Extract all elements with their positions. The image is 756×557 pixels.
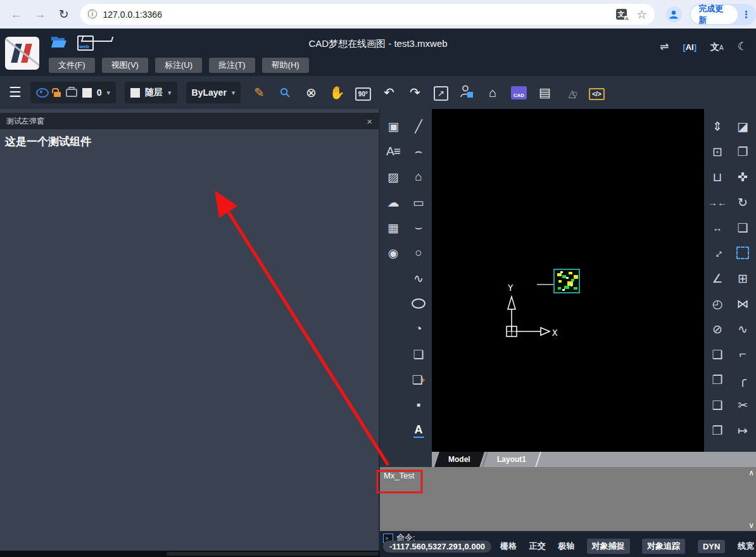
trim-icon[interactable]: ✂	[730, 392, 755, 418]
array-icon[interactable]: ⊞	[730, 266, 755, 291]
linetype-dropdown[interactable]: ByLayer ▾	[186, 82, 241, 103]
toggle-grid[interactable]: 栅格	[500, 541, 517, 552]
chevron-down-icon[interactable]: ▾	[168, 89, 172, 97]
database-icon[interactable]: ▤	[536, 85, 553, 100]
image-icon[interactable]: ▣	[381, 113, 406, 139]
menu-dimension[interactable]: 标注(U)	[155, 58, 202, 73]
address-bar[interactable]: ⓘ 127.0.0.1:3366 文A ☆	[80, 4, 655, 25]
zoom-scale-icon[interactable]: ↗	[432, 85, 449, 101]
menu-help[interactable]: 帮助(H)	[262, 58, 309, 73]
pan-icon[interactable]: ✋	[329, 85, 345, 100]
layer-print-icon[interactable]	[66, 89, 77, 97]
toggle-polar[interactable]: 极轴	[558, 541, 574, 552]
coordinates-display[interactable]: -1117.560,5327.291,0.000	[383, 541, 491, 553]
spline-edit-icon[interactable]: ∿	[730, 316, 755, 342]
line-icon[interactable]: ╱	[406, 113, 431, 139]
select-window-icon[interactable]	[730, 240, 755, 266]
shapes-draw-icon[interactable]: △○	[562, 86, 579, 100]
sketch-icon[interactable]: ✎	[251, 85, 267, 100]
rotate-icon[interactable]: ↻	[730, 189, 755, 215]
inserted-image-thumbnail[interactable]	[554, 269, 579, 293]
distance-icon[interactable]: ↔	[705, 215, 730, 240]
point-icon[interactable]: ▪	[406, 392, 431, 418]
scroll-down-icon[interactable]: ∨	[748, 521, 754, 530]
break-icon[interactable]: ⊔	[705, 164, 730, 189]
url-text[interactable]: 127.0.0.1:3366	[103, 10, 162, 20]
menu-annotate[interactable]: 批注(T)	[209, 58, 255, 73]
hatch-icon[interactable]: ▨	[381, 164, 406, 189]
revision-cloud-icon[interactable]: ☁	[381, 189, 406, 215]
browser-forward-icon[interactable]: →	[33, 8, 48, 22]
user-details-icon[interactable]	[458, 84, 475, 101]
draw-order-above-icon[interactable]: ❑	[705, 392, 730, 418]
drawing-canvas[interactable]: Y X	[432, 109, 704, 452]
layer-unlock-icon[interactable]	[54, 92, 61, 97]
elliptical-arc-icon[interactable]: ◔	[406, 316, 431, 342]
chamfer-icon[interactable]: ⌐	[730, 342, 755, 367]
draw-order-back-icon[interactable]: ❐	[705, 367, 730, 392]
layer-dropdown[interactable]: 0 ▾	[30, 82, 116, 103]
table-icon[interactable]: ▦	[381, 215, 406, 240]
tab-layout1[interactable]: Layout1	[482, 452, 541, 467]
cad-file-icon[interactable]: CAD	[510, 86, 527, 100]
dark-mode-icon[interactable]: ☾	[738, 40, 747, 53]
text-icon[interactable]: A	[406, 418, 431, 443]
toggle-osnap[interactable]: 对象捕捉	[587, 539, 630, 554]
toggle-dyn[interactable]: DYN	[698, 540, 725, 553]
update-complete-button[interactable]: 完成更新	[691, 5, 738, 24]
donut-icon[interactable]: ◉	[381, 240, 406, 266]
bookmark-star-icon[interactable]: ☆	[637, 8, 647, 22]
chevron-down-icon[interactable]: ▾	[232, 89, 236, 97]
curve-icon[interactable]: ⌣	[406, 215, 431, 240]
command-history-panel[interactable]: Mx_Test ∧ ∨	[380, 467, 756, 531]
polygon-icon[interactable]: ⌂	[406, 164, 431, 189]
insert-block-icon[interactable]: ❏+	[406, 367, 431, 392]
layers-icon[interactable]: ☰	[9, 84, 22, 101]
browser-update-pill[interactable]: 完成更新 ⋮	[690, 4, 756, 25]
scrollbar-horizontal[interactable]	[167, 552, 379, 556]
draw-order-front-icon[interactable]: ❏	[705, 342, 730, 367]
block-icon[interactable]: ❏	[406, 342, 431, 367]
spline-icon[interactable]: ∿	[406, 266, 431, 291]
rectangle-icon[interactable]: ▭	[406, 189, 431, 215]
text-style-icon[interactable]: A≡	[381, 139, 406, 164]
browser-back-icon[interactable]: ←	[9, 8, 24, 22]
undo-icon[interactable]: ↶	[381, 85, 397, 100]
stretch-icon[interactable]: ⇕	[705, 113, 730, 139]
move-icon[interactable]: ✜	[730, 164, 755, 189]
angle-icon[interactable]: ∠	[705, 266, 730, 291]
circle-icon[interactable]: ○	[406, 240, 431, 266]
toggle-lineweight[interactable]: 线宽	[738, 541, 754, 552]
box-3d-icon[interactable]: ⊡	[705, 139, 730, 164]
translate-page-icon[interactable]: 文A	[616, 9, 627, 20]
scroll-up-icon[interactable]: ∧	[748, 468, 754, 477]
ai-icon[interactable]: [AI]	[683, 41, 696, 53]
close-icon[interactable]: ×	[367, 116, 372, 127]
draw-order-below-icon[interactable]: ❒	[705, 418, 730, 443]
redo-icon[interactable]: ↷	[406, 85, 423, 100]
arc-icon[interactable]: ⌢	[406, 139, 431, 164]
diameter-dimension-icon[interactable]: ⊘	[705, 316, 730, 342]
mirror-icon[interactable]: ⋈	[730, 291, 755, 316]
toggle-otrack[interactable]: 对象追踪	[642, 539, 685, 554]
extend-icon[interactable]: ↦	[730, 418, 755, 443]
site-info-icon[interactable]: ⓘ	[88, 8, 98, 20]
zoom-extents-icon[interactable]: ⊗	[303, 85, 319, 100]
layer-visibility-icon[interactable]	[36, 88, 49, 98]
code-edit-icon[interactable]: </>	[588, 85, 605, 100]
toggle-ortho[interactable]: 正交	[529, 541, 546, 552]
browser-refresh-icon[interactable]: ↻	[56, 7, 72, 22]
copy-icon[interactable]: ❐	[730, 139, 755, 164]
menu-file[interactable]: 文件(F)	[49, 58, 95, 73]
join-icon[interactable]: →←	[705, 189, 730, 215]
rotate-90-icon[interactable]: 90°	[355, 85, 371, 101]
zoom-window-icon[interactable]: ⚲	[277, 85, 293, 100]
home-view-icon[interactable]: ⌂	[484, 86, 501, 100]
erase-icon[interactable]: ◪	[730, 113, 755, 139]
ellipse-icon[interactable]	[406, 291, 431, 316]
browser-menu-dots-icon[interactable]: ⋮	[738, 9, 755, 20]
tab-model[interactable]: Model	[434, 452, 484, 467]
translate-icon[interactable]: 文A	[710, 41, 724, 53]
menu-view[interactable]: 视图(V)	[102, 58, 148, 73]
radius-dimension-icon[interactable]: ◴	[705, 291, 730, 316]
